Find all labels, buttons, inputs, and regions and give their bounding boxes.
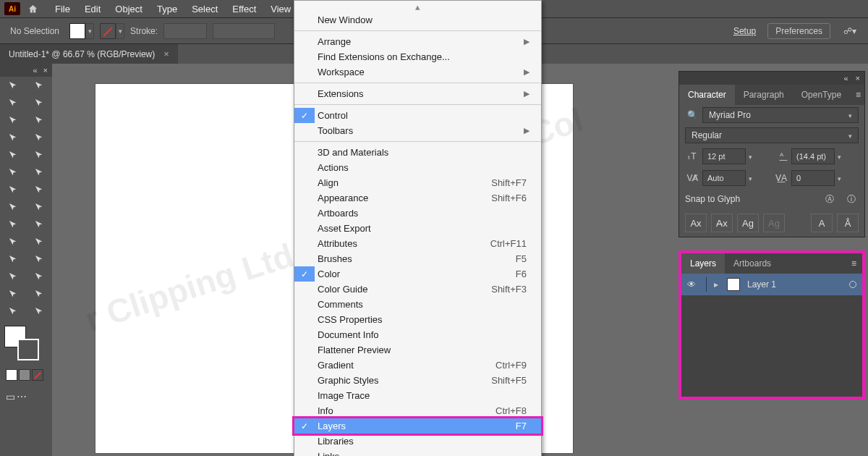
menu-type[interactable]: Type xyxy=(150,1,184,17)
menu-item-links[interactable]: Links xyxy=(294,449,541,456)
edit-toolbar-icon[interactable]: ⋯ xyxy=(17,388,27,405)
width-tool-icon[interactable] xyxy=(0,198,26,216)
eyedropper-tool-icon[interactable] xyxy=(0,250,26,268)
curvature-tool-icon[interactable] xyxy=(26,94,52,111)
menu-item-align[interactable]: AlignShift+F7 xyxy=(294,175,541,190)
layer-row[interactable]: 👁 ▸ Layer 1 xyxy=(681,274,862,295)
collapse-icon[interactable]: « xyxy=(843,74,848,83)
target-icon[interactable] xyxy=(849,281,856,288)
rectangle-tool-icon[interactable] xyxy=(0,146,26,164)
menu-item-find-extensions-on-exchange-[interactable]: Find Extensions on Exchange... xyxy=(294,49,541,64)
menu-item-3d-and-materials[interactable]: 3D and Materials xyxy=(294,145,541,160)
tab-paragraph[interactable]: Paragraph xyxy=(735,85,793,105)
menu-item-asset-export[interactable]: Asset Export xyxy=(294,221,541,236)
menu-item-color[interactable]: ✓ColorF6 xyxy=(294,266,541,282)
expand-icon[interactable]: ▸ xyxy=(714,279,720,290)
menu-item-graphic-styles[interactable]: Graphic StylesShift+F5 xyxy=(294,373,541,388)
eraser-tool-icon[interactable] xyxy=(26,164,52,181)
kerning-input[interactable]: Auto xyxy=(702,170,746,186)
panel-arrange-icon[interactable]: ☍▾ xyxy=(838,23,862,39)
none-mode-icon[interactable] xyxy=(32,369,43,381)
stroke-swatch[interactable] xyxy=(100,23,116,39)
menu-item-attributes[interactable]: AttributesCtrl+F11 xyxy=(294,236,541,251)
color-mode-icon[interactable] xyxy=(6,369,17,381)
scale-tool-icon[interactable] xyxy=(26,181,52,198)
tab-character[interactable]: Character xyxy=(679,85,735,105)
menu-file[interactable]: File xyxy=(48,1,77,17)
menu-object[interactable]: Object xyxy=(108,1,150,17)
menu-item-toolbars[interactable]: Toolbars▶ xyxy=(294,123,541,138)
screen-mode-icon[interactable]: ▭ xyxy=(6,388,15,405)
menu-item-image-trace[interactable]: Image Trace xyxy=(294,388,541,403)
paintbrush-tool-icon[interactable] xyxy=(26,146,52,164)
close-icon[interactable]: × xyxy=(856,74,860,83)
blend-tool-icon[interactable] xyxy=(26,250,52,268)
menu-item-color-guide[interactable]: Color GuideShift+F3 xyxy=(294,282,541,297)
font-family-input[interactable]: Myriad Pro xyxy=(702,107,859,123)
mesh-tool-icon[interactable] xyxy=(0,233,26,250)
lasso-tool-icon[interactable] xyxy=(26,111,52,129)
tab-opentype[interactable]: OpenType xyxy=(793,85,850,105)
stroke-weight-input[interactable] xyxy=(163,23,207,39)
menu-item-layers[interactable]: ✓LayersF7 xyxy=(294,418,541,434)
gradient-mode-icon[interactable] xyxy=(19,369,30,381)
menu-item-flattener-preview[interactable]: Flattener Preview xyxy=(294,342,541,358)
info-icon[interactable]: ⓘ xyxy=(844,192,859,206)
tracking-input[interactable]: 0 xyxy=(791,170,835,186)
menu-item-workspace[interactable]: Workspace▶ xyxy=(294,64,541,80)
search-icon[interactable]: 🔍 xyxy=(685,108,699,122)
visibility-icon[interactable]: 👁 xyxy=(687,279,699,290)
zoom-tool-icon[interactable] xyxy=(26,303,52,320)
menu-item-actions[interactable]: Actions xyxy=(294,160,541,175)
tab-artboards[interactable]: Artboards xyxy=(725,253,780,274)
symbol-sprayer-tool-icon[interactable] xyxy=(0,268,26,285)
direct-selection-tool-icon[interactable] xyxy=(26,77,52,94)
menu-item-artboards[interactable]: Artboards xyxy=(294,206,541,221)
shaper-tool-icon[interactable] xyxy=(0,164,26,181)
fill-stroke-control[interactable] xyxy=(4,326,48,365)
layer-name[interactable]: Layer 1 xyxy=(747,279,776,290)
menu-item-libraries[interactable]: Libraries xyxy=(294,434,541,449)
menu-item-arrange[interactable]: Arrange▶ xyxy=(294,34,541,49)
brush-picker[interactable] xyxy=(213,23,275,39)
close-icon[interactable]: × xyxy=(43,66,48,75)
glyph-option[interactable]: A xyxy=(811,214,833,232)
home-icon[interactable] xyxy=(26,2,39,15)
menu-item-document-info[interactable]: Document Info xyxy=(294,327,541,342)
glyph-option[interactable]: Ag xyxy=(763,214,785,232)
document-tab[interactable]: Untitled-1* @ 66.67 % (RGB/Preview) × xyxy=(0,44,178,64)
pen-tool-icon[interactable] xyxy=(0,94,26,111)
panel-menu-icon[interactable]: ≡ xyxy=(846,258,862,269)
document-setup-link[interactable]: Setup xyxy=(729,23,760,39)
shape-builder-tool-icon[interactable] xyxy=(0,216,26,233)
menu-item-appearance[interactable]: AppearanceShift+F6 xyxy=(294,190,541,206)
menu-item-gradient[interactable]: GradientCtrl+F9 xyxy=(294,358,541,373)
menu-edit[interactable]: Edit xyxy=(77,1,108,17)
menu-item-new-window[interactable]: New Window xyxy=(294,12,541,28)
gradient-tool-icon[interactable] xyxy=(26,233,52,250)
selection-tool-icon[interactable] xyxy=(0,77,26,94)
menu-scroll-up-icon[interactable]: ▴ xyxy=(294,1,541,12)
fill-swatch[interactable] xyxy=(69,23,85,39)
wand-tool-icon[interactable] xyxy=(0,111,26,129)
panel-menu-icon[interactable]: ≡ xyxy=(850,90,867,100)
glyph-option[interactable]: Å xyxy=(837,214,859,232)
fill-dropdown[interactable] xyxy=(85,23,94,39)
slice-tool-icon[interactable] xyxy=(26,285,52,303)
tab-layers[interactable]: Layers xyxy=(681,253,725,274)
line-tool-icon[interactable] xyxy=(26,129,52,146)
glyph-option[interactable]: A̶x xyxy=(711,214,733,232)
menu-item-info[interactable]: InfoCtrl+F8 xyxy=(294,403,541,418)
menu-item-brushes[interactable]: BrushesF5 xyxy=(294,251,541,266)
free-transform-tool-icon[interactable] xyxy=(26,198,52,216)
rotate-tool-icon[interactable] xyxy=(0,181,26,198)
menu-item-comments[interactable]: Comments xyxy=(294,297,541,312)
leading-input[interactable]: (14.4 pt) xyxy=(791,148,835,164)
menu-item-extensions[interactable]: Extensions▶ xyxy=(294,86,541,101)
menu-effect[interactable]: Effect xyxy=(225,1,263,17)
glyph-option[interactable]: Ax xyxy=(685,214,707,232)
menu-item-css-properties[interactable]: CSS Properties xyxy=(294,312,541,327)
menu-select[interactable]: Select xyxy=(184,1,225,17)
glyph-option[interactable]: Ag xyxy=(737,214,759,232)
font-style-input[interactable]: Regular xyxy=(685,127,859,143)
